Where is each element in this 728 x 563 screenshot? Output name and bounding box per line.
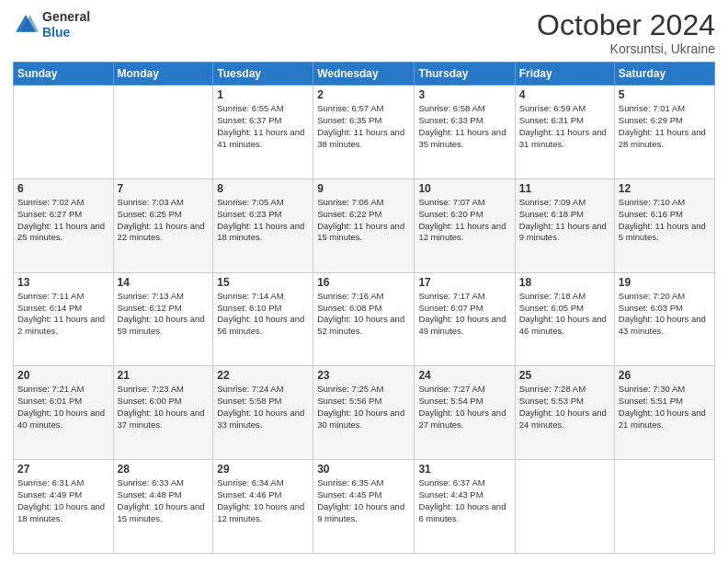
day-info: Sunrise: 7:03 AM Sunset: 6:25 PM Dayligh… xyxy=(118,197,210,244)
day-cell xyxy=(515,460,614,554)
day-info: Sunrise: 7:14 AM Sunset: 6:10 PM Dayligh… xyxy=(217,291,309,338)
day-number: 7 xyxy=(118,182,210,195)
day-info: Sunrise: 7:06 AM Sunset: 6:22 PM Dayligh… xyxy=(317,197,410,244)
day-cell xyxy=(614,460,714,554)
day-cell: 2Sunrise: 6:57 AM Sunset: 6:35 PM Daylig… xyxy=(313,86,415,179)
day-info: Sunrise: 7:05 AM Sunset: 6:23 PM Dayligh… xyxy=(217,197,309,244)
day-number: 2 xyxy=(317,88,410,101)
day-cell: 1Sunrise: 6:55 AM Sunset: 6:37 PM Daylig… xyxy=(213,86,313,179)
day-number: 16 xyxy=(317,276,410,289)
weekday-header-monday: Monday xyxy=(113,63,213,86)
day-info: Sunrise: 6:31 AM Sunset: 4:49 PM Dayligh… xyxy=(17,477,109,524)
day-cell: 30Sunrise: 6:35 AM Sunset: 4:45 PM Dayli… xyxy=(313,460,415,554)
day-number: 20 xyxy=(17,369,109,382)
week-row-2: 13Sunrise: 7:11 AM Sunset: 6:14 PM Dayli… xyxy=(14,272,715,366)
day-number: 11 xyxy=(519,182,610,195)
day-cell: 23Sunrise: 7:25 AM Sunset: 5:56 PM Dayli… xyxy=(313,366,415,460)
logo-text: General Blue xyxy=(42,9,90,40)
title-section: October 2024 Korsuntsi, Ukraine xyxy=(537,9,715,56)
weekday-header-thursday: Thursday xyxy=(415,63,515,86)
week-row-0: 1Sunrise: 6:55 AM Sunset: 6:37 PM Daylig… xyxy=(14,86,715,179)
day-cell: 28Sunrise: 6:33 AM Sunset: 4:48 PM Dayli… xyxy=(113,460,213,554)
day-number: 25 xyxy=(519,369,610,382)
month-title: October 2024 xyxy=(537,9,715,41)
weekday-header-tuesday: Tuesday xyxy=(213,63,313,86)
day-cell: 26Sunrise: 7:30 AM Sunset: 5:51 PM Dayli… xyxy=(614,366,714,460)
day-info: Sunrise: 7:09 AM Sunset: 6:18 PM Dayligh… xyxy=(519,197,610,244)
day-number: 6 xyxy=(17,182,109,195)
week-row-4: 27Sunrise: 6:31 AM Sunset: 4:49 PM Dayli… xyxy=(14,460,715,554)
day-info: Sunrise: 7:16 AM Sunset: 6:08 PM Dayligh… xyxy=(317,291,410,338)
day-cell: 31Sunrise: 6:37 AM Sunset: 4:43 PM Dayli… xyxy=(415,460,515,554)
day-cell: 6Sunrise: 7:02 AM Sunset: 6:27 PM Daylig… xyxy=(14,178,114,272)
day-cell: 22Sunrise: 7:24 AM Sunset: 5:58 PM Dayli… xyxy=(213,366,313,460)
week-row-3: 20Sunrise: 7:21 AM Sunset: 6:01 PM Dayli… xyxy=(14,366,715,460)
day-number: 22 xyxy=(217,369,309,382)
day-info: Sunrise: 7:23 AM Sunset: 6:00 PM Dayligh… xyxy=(118,384,210,431)
day-cell: 10Sunrise: 7:07 AM Sunset: 6:20 PM Dayli… xyxy=(415,178,515,272)
day-number: 14 xyxy=(118,276,210,289)
logo-general: General xyxy=(42,9,90,24)
week-row-1: 6Sunrise: 7:02 AM Sunset: 6:27 PM Daylig… xyxy=(14,178,715,272)
day-cell: 3Sunrise: 6:58 AM Sunset: 6:33 PM Daylig… xyxy=(415,86,515,179)
day-info: Sunrise: 7:17 AM Sunset: 6:07 PM Dayligh… xyxy=(418,291,510,338)
weekday-header-wednesday: Wednesday xyxy=(313,63,415,86)
day-info: Sunrise: 6:55 AM Sunset: 6:37 PM Dayligh… xyxy=(217,103,309,150)
day-number: 19 xyxy=(619,276,711,289)
day-cell: 8Sunrise: 7:05 AM Sunset: 6:23 PM Daylig… xyxy=(213,178,313,272)
day-info: Sunrise: 7:25 AM Sunset: 5:56 PM Dayligh… xyxy=(317,384,410,431)
day-info: Sunrise: 7:07 AM Sunset: 6:20 PM Dayligh… xyxy=(418,197,510,244)
day-number: 10 xyxy=(418,182,510,195)
day-cell: 29Sunrise: 6:34 AM Sunset: 4:46 PM Dayli… xyxy=(213,460,313,554)
weekday-header-sunday: Sunday xyxy=(14,63,114,86)
day-info: Sunrise: 7:24 AM Sunset: 5:58 PM Dayligh… xyxy=(217,384,309,431)
logo: General Blue xyxy=(13,9,90,40)
day-cell: 9Sunrise: 7:06 AM Sunset: 6:22 PM Daylig… xyxy=(313,178,415,272)
day-number: 27 xyxy=(17,463,109,476)
day-number: 23 xyxy=(317,369,410,382)
page: General Blue October 2024 Korsuntsi, Ukr… xyxy=(0,0,728,563)
day-cell: 21Sunrise: 7:23 AM Sunset: 6:00 PM Dayli… xyxy=(113,366,213,460)
logo-blue: Blue xyxy=(42,25,70,40)
logo-icon xyxy=(13,12,39,38)
calendar-header: SundayMondayTuesdayWednesdayThursdayFrid… xyxy=(14,63,715,86)
day-number: 3 xyxy=(418,88,510,101)
day-cell: 7Sunrise: 7:03 AM Sunset: 6:25 PM Daylig… xyxy=(113,178,213,272)
day-info: Sunrise: 6:34 AM Sunset: 4:46 PM Dayligh… xyxy=(217,477,309,524)
day-info: Sunrise: 7:27 AM Sunset: 5:54 PM Dayligh… xyxy=(418,384,510,431)
weekday-header-friday: Friday xyxy=(515,63,614,86)
day-cell: 5Sunrise: 7:01 AM Sunset: 6:29 PM Daylig… xyxy=(614,86,714,179)
weekday-row: SundayMondayTuesdayWednesdayThursdayFrid… xyxy=(14,63,715,86)
day-number: 13 xyxy=(17,276,109,289)
day-cell: 17Sunrise: 7:17 AM Sunset: 6:07 PM Dayli… xyxy=(415,272,515,366)
day-cell: 18Sunrise: 7:18 AM Sunset: 6:05 PM Dayli… xyxy=(515,272,614,366)
day-number: 9 xyxy=(317,182,410,195)
day-cell: 16Sunrise: 7:16 AM Sunset: 6:08 PM Dayli… xyxy=(313,272,415,366)
day-info: Sunrise: 7:13 AM Sunset: 6:12 PM Dayligh… xyxy=(118,291,210,338)
location-subtitle: Korsuntsi, Ukraine xyxy=(537,41,715,56)
day-info: Sunrise: 6:33 AM Sunset: 4:48 PM Dayligh… xyxy=(118,477,210,524)
day-info: Sunrise: 7:20 AM Sunset: 6:03 PM Dayligh… xyxy=(619,291,711,338)
day-number: 17 xyxy=(418,276,510,289)
day-number: 31 xyxy=(418,463,510,476)
day-cell: 11Sunrise: 7:09 AM Sunset: 6:18 PM Dayli… xyxy=(515,178,614,272)
day-info: Sunrise: 7:28 AM Sunset: 5:53 PM Dayligh… xyxy=(519,384,610,431)
day-number: 29 xyxy=(217,463,309,476)
day-number: 12 xyxy=(619,182,711,195)
day-number: 26 xyxy=(619,369,711,382)
day-info: Sunrise: 7:21 AM Sunset: 6:01 PM Dayligh… xyxy=(17,384,109,431)
day-cell: 12Sunrise: 7:10 AM Sunset: 6:16 PM Dayli… xyxy=(614,178,714,272)
day-cell: 4Sunrise: 6:59 AM Sunset: 6:31 PM Daylig… xyxy=(515,86,614,179)
day-number: 21 xyxy=(118,369,210,382)
day-cell: 27Sunrise: 6:31 AM Sunset: 4:49 PM Dayli… xyxy=(14,460,114,554)
day-info: Sunrise: 7:18 AM Sunset: 6:05 PM Dayligh… xyxy=(519,291,610,338)
day-number: 8 xyxy=(217,182,309,195)
day-info: Sunrise: 6:57 AM Sunset: 6:35 PM Dayligh… xyxy=(317,103,410,150)
day-info: Sunrise: 7:30 AM Sunset: 5:51 PM Dayligh… xyxy=(619,384,711,431)
day-info: Sunrise: 6:58 AM Sunset: 6:33 PM Dayligh… xyxy=(418,103,510,150)
day-info: Sunrise: 7:10 AM Sunset: 6:16 PM Dayligh… xyxy=(619,197,711,244)
calendar-body: 1Sunrise: 6:55 AM Sunset: 6:37 PM Daylig… xyxy=(14,86,715,554)
day-number: 24 xyxy=(418,369,510,382)
day-number: 4 xyxy=(519,88,610,101)
day-number: 28 xyxy=(118,463,210,476)
